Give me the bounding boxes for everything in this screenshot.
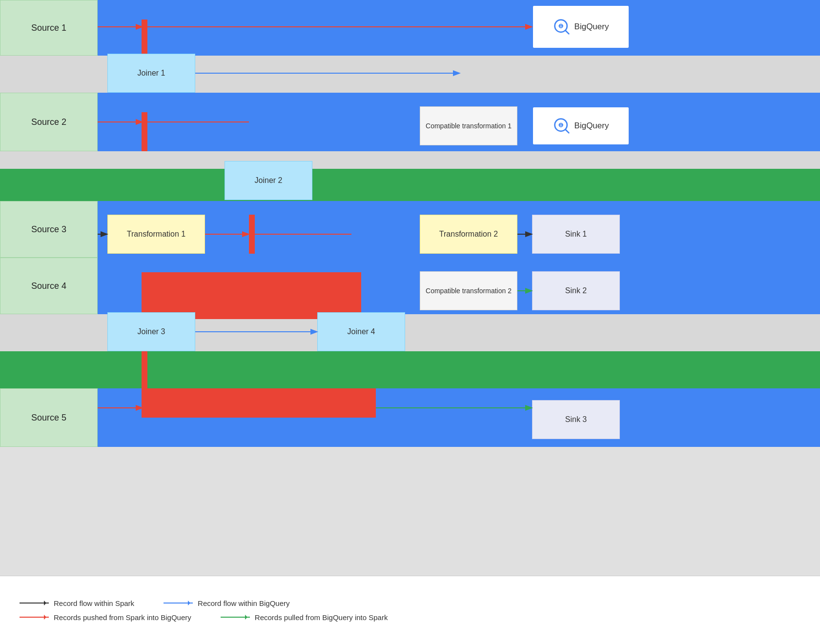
- band-row4: [0, 169, 820, 201]
- legend: Record flow within Spark Record flow wit…: [0, 576, 820, 644]
- joiner1-box: Joiner 1: [107, 54, 195, 93]
- band-row8: [0, 351, 820, 388]
- svg-line-1: [565, 30, 569, 34]
- sink1-box: Sink 1: [532, 215, 620, 254]
- joiner2-box: Joiner 2: [225, 161, 312, 200]
- bigquery2-box: BigQuery: [532, 106, 630, 145]
- source5-box: Source 5: [0, 388, 98, 447]
- transform2-box: Transformation 2: [420, 215, 517, 254]
- band-row1: [0, 0, 820, 56]
- source2-box: Source 2: [0, 93, 98, 151]
- red-push-source1: [142, 20, 147, 59]
- source4-box: Source 4: [0, 258, 98, 314]
- legend-item-pull: Records pulled from BigQuery into Spark: [221, 613, 388, 622]
- legend-arrow-black: [20, 603, 49, 604]
- legend-arrow-red: [20, 617, 49, 618]
- legend-row2: Records pushed from Spark into BigQuery …: [20, 613, 800, 622]
- source1-box: Source 1: [0, 0, 98, 56]
- red-push-source2: [142, 112, 147, 151]
- band-row6: [0, 258, 820, 314]
- red-push-source5: [142, 388, 376, 418]
- sink3-box: Sink 3: [532, 400, 620, 439]
- bigquery1-icon: [553, 18, 571, 36]
- transform1-box: Transformation 1: [107, 215, 205, 254]
- legend-item-spark-flow: Record flow within Spark: [20, 599, 134, 607]
- legend-row1: Record flow within Spark Record flow wit…: [20, 599, 800, 607]
- red-push-source3: [249, 215, 255, 254]
- source3-box: Source 3: [0, 201, 98, 258]
- band-gap1: [0, 151, 820, 169]
- svg-line-5: [565, 129, 569, 133]
- bigquery2-icon: [553, 117, 571, 135]
- red-push-joiner3: [142, 351, 147, 390]
- legend-arrow-green: [221, 617, 250, 618]
- joiner3-box: Joiner 3: [107, 312, 195, 351]
- joiner4-box: Joiner 4: [317, 312, 405, 351]
- band-row9: [0, 388, 820, 447]
- compat2-box: Compatible transformation 2: [420, 271, 517, 310]
- sink2-box: Sink 2: [532, 271, 620, 310]
- band-row3: [0, 93, 820, 151]
- diagram-container: Source 1 Source 2 Source 3 Source 4 Sour…: [0, 0, 820, 576]
- legend-item-push: Records pushed from Spark into BigQuery: [20, 613, 191, 622]
- bigquery1-box: BigQuery: [532, 5, 630, 49]
- legend-item-bigquery-flow: Record flow within BigQuery: [164, 599, 289, 607]
- legend-arrow-blue: [164, 603, 193, 604]
- compat1-box: Compatible transformation 1: [420, 106, 517, 145]
